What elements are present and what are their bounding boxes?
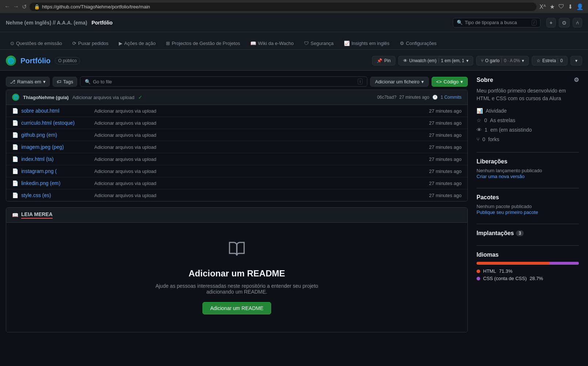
download-icon[interactable]: ⬇ bbox=[568, 3, 573, 10]
file-commit-msg: Adicionar arquivos via upload bbox=[94, 181, 429, 186]
url-bar[interactable]: 🔒 https://github.com/ThiagoNehme/portfol… bbox=[30, 3, 536, 11]
commit-time: 27 minutes ago bbox=[399, 95, 429, 100]
profile-icon[interactable]: 👤 bbox=[576, 3, 584, 10]
star-button[interactable]: ☆ Estrela 0 bbox=[532, 56, 568, 65]
add-readme-button[interactable]: Adicionar um README bbox=[202, 302, 271, 314]
html-label: HTML bbox=[483, 268, 496, 274]
file-time: 27 minutes ago bbox=[429, 169, 462, 174]
activity-icon: 📊 bbox=[477, 108, 483, 114]
readme-body: Adicionar um README Ajude as pessoas int… bbox=[6, 223, 467, 332]
create-release-link[interactable]: Criar uma nova versão bbox=[477, 174, 525, 179]
nav-item-issues[interactable]: ⊙ Questões de emissão bbox=[6, 38, 67, 50]
add-file-dropdown-icon: ▾ bbox=[421, 79, 424, 84]
settings-icon: ⚙ bbox=[400, 41, 404, 46]
forks-stat: ⑂ 0 forks bbox=[477, 135, 579, 143]
file-time: 27 minutes ago bbox=[429, 144, 462, 150]
add-file-button[interactable]: Adicionar um ficheiro ▾ bbox=[370, 77, 428, 87]
nav-item-security[interactable]: 🛡 Segurança bbox=[300, 38, 338, 50]
watch-button[interactable]: 👁 Unwatch (em) 1 em (em, 1 ▾ bbox=[398, 56, 473, 65]
nav-item-wiki[interactable]: 📖 Wiki da e-Wacho bbox=[246, 38, 298, 50]
file-name[interactable]: imagem.jpeg (peg) bbox=[21, 144, 94, 150]
nav-item-projects[interactable]: ⊞ Projectos de Gestão de Projetos bbox=[162, 38, 244, 50]
branch-icon: ⎇ bbox=[10, 79, 15, 84]
commit-author[interactable]: ThiagoNehme (guia) bbox=[23, 95, 69, 100]
commit-header-row: 🌐 ThiagoNehme (guia) Adicionar arquivos … bbox=[6, 90, 467, 105]
packages-section: Pacotes Nenhum pacote publicado Publique… bbox=[477, 188, 579, 215]
star-dropdown-button[interactable]: ▾ bbox=[570, 56, 582, 65]
repo-name-breadcrumb[interactable]: Portfólio bbox=[91, 20, 113, 26]
actions-label: Ações de ação bbox=[124, 41, 156, 46]
tags-button[interactable]: 🏷 Tags bbox=[53, 77, 77, 87]
about-gear-icon[interactable]: ⚙ bbox=[574, 76, 579, 83]
file-name[interactable]: linkedin.png (em) bbox=[21, 180, 94, 186]
file-name[interactable]: curriculo.html (estoque) bbox=[21, 120, 94, 126]
file-commit-msg: Adicionar arquivos via upload bbox=[94, 120, 429, 126]
security-label: Segurança bbox=[311, 41, 334, 46]
html-dot bbox=[477, 269, 480, 273]
deployments-count-badge: 3 bbox=[516, 230, 524, 236]
star-label: Estrela bbox=[542, 58, 556, 63]
breadcrumb: Nehme (em Inglês) // A.A.A. (ema) Portfó… bbox=[6, 20, 113, 26]
css-bar bbox=[550, 262, 579, 265]
browser-bar: ← → ↺ 🔒 https://github.com/ThiagoNehme/p… bbox=[0, 0, 588, 13]
browser-reload-icon[interactable]: ↺ bbox=[22, 3, 27, 10]
stars-count: 0 bbox=[484, 117, 487, 123]
browser-action-icons: Xᴬ ★ 🛡 ⬇ 👤 bbox=[539, 3, 584, 10]
repo-title[interactable]: Portfólio bbox=[20, 57, 50, 65]
browser-back-icon[interactable]: ← bbox=[4, 3, 10, 10]
history-button[interactable]: ⊙ bbox=[559, 18, 570, 27]
nav-item-actions[interactable]: ▶ Ações de ação bbox=[114, 38, 160, 50]
branch-dropdown-icon: ▾ bbox=[43, 79, 46, 84]
fork-button[interactable]: ⑂ O garlo 0 · A 0% ▾ bbox=[476, 56, 529, 65]
file-icon: 📄 bbox=[12, 144, 18, 150]
readme-header-label: LEIA MEREA bbox=[21, 211, 53, 219]
search-bar[interactable]: 🔍 Tipo de tipopara a busca / bbox=[453, 18, 540, 27]
fork-icon: ⑂ bbox=[481, 58, 483, 63]
file-icon: 📄 bbox=[12, 120, 18, 126]
readme-description: Ajude as pessoas interessadas neste repo… bbox=[145, 283, 328, 295]
file-name[interactable]: index.html (ta) bbox=[21, 156, 94, 162]
file-row: 📄 index.html (ta) Adicionar arquivos via… bbox=[6, 153, 467, 165]
browser-forward-icon[interactable]: → bbox=[13, 3, 19, 10]
extension-icon1[interactable]: 🛡 bbox=[558, 3, 564, 10]
activity-label[interactable]: Atividade bbox=[486, 108, 507, 114]
breadcrumb-owner: Nehme (em Inglês) // A.A.A. (ema) bbox=[6, 20, 87, 26]
file-name[interactable]: sobre about.html bbox=[21, 108, 94, 114]
file-commit-msg: Adicionar arquivos via upload bbox=[94, 193, 429, 198]
split-button[interactable]: ⑃ bbox=[573, 18, 582, 27]
css-label: CSS (conta de CSS) bbox=[483, 276, 527, 281]
commit-meta: 06c7bad? 27 minutes ago 🕐 1 Commits bbox=[377, 95, 462, 100]
stars-label: As estrelas bbox=[490, 117, 515, 123]
file-name[interactable]: github.png (em) bbox=[21, 132, 94, 138]
html-lang-item: HTML 71.3% bbox=[477, 268, 579, 274]
file-name[interactable]: instagram.png ( bbox=[21, 168, 94, 174]
goto-file-input[interactable]: 🔍 Go to file t bbox=[80, 76, 367, 87]
file-row: 📄 instagram.png ( Adicionar arquivos via… bbox=[6, 165, 467, 177]
nav-item-pulls[interactable]: ⟳ Puxar pedidos bbox=[68, 38, 113, 50]
about-section: Sobre ⚙ Meu portfólio primeiro desenvolv… bbox=[477, 76, 579, 143]
clock-icon: 🕐 bbox=[432, 95, 438, 100]
language-bar bbox=[477, 262, 579, 265]
plus-button[interactable]: + bbox=[546, 18, 556, 27]
translate-icon[interactable]: Xᴬ bbox=[539, 3, 546, 10]
fork-dropdown-icon[interactable]: ▾ bbox=[522, 58, 524, 63]
watching-stat: 👁 1 em (em assistindo bbox=[477, 126, 579, 134]
readme-large-icon bbox=[228, 240, 246, 261]
publish-package-link[interactable]: Publique seu primeiro pacote bbox=[477, 210, 538, 215]
readme-title: Adicionar um README bbox=[189, 268, 285, 279]
watch-dropdown-icon[interactable]: ▾ bbox=[466, 58, 468, 63]
commits-link[interactable]: 1 Commits bbox=[441, 95, 462, 100]
fork-count: 0 · A 0% bbox=[501, 58, 520, 63]
code-button[interactable]: <> Código ▾ bbox=[432, 77, 468, 87]
file-name[interactable]: style.css (es) bbox=[21, 192, 94, 198]
nav-item-settings[interactable]: ⚙ Configurações bbox=[395, 38, 441, 50]
search-icon: 🔍 bbox=[85, 79, 91, 84]
pin-button[interactable]: 📌 Pin bbox=[372, 56, 395, 65]
security-icon: 🛡 bbox=[304, 41, 309, 46]
branch-selector[interactable]: ⎇ Ramais em ▾ bbox=[6, 77, 50, 87]
eye-sidebar-icon: 👁 bbox=[477, 127, 482, 133]
bookmark-icon[interactable]: ★ bbox=[550, 3, 555, 10]
nav-item-insights[interactable]: 📈 Insights em inglês bbox=[339, 38, 394, 50]
star-icon: ☆ bbox=[536, 58, 540, 63]
activity-stat: 📊 Atividade bbox=[477, 107, 579, 115]
